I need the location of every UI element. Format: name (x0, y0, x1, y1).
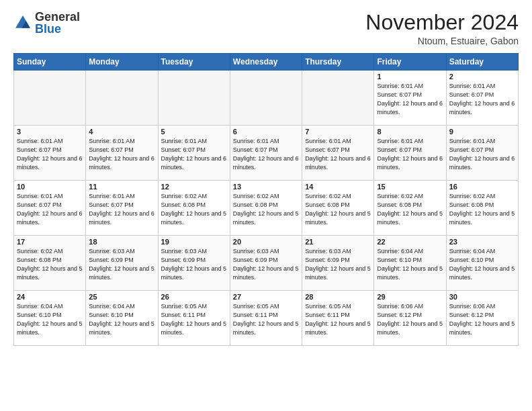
col-tuesday: Tuesday (158, 54, 230, 71)
calendar-cell: 30Sunrise: 6:06 AM Sunset: 6:12 PM Dayli… (446, 291, 518, 346)
day-number: 12 (161, 183, 227, 191)
week-row-2: 3Sunrise: 6:01 AM Sunset: 6:07 PM Daylig… (14, 126, 519, 181)
calendar-cell: 18Sunrise: 6:03 AM Sunset: 6:09 PM Dayli… (86, 236, 158, 291)
calendar-cell (158, 71, 230, 126)
day-number: 26 (161, 293, 227, 301)
day-info: Sunrise: 6:01 AM Sunset: 6:07 PM Dayligh… (449, 82, 515, 117)
col-monday: Monday (86, 54, 158, 71)
day-info: Sunrise: 6:03 AM Sunset: 6:09 PM Dayligh… (305, 247, 371, 282)
day-info: Sunrise: 6:01 AM Sunset: 6:07 PM Dayligh… (89, 137, 154, 172)
calendar-cell (230, 71, 302, 126)
calendar-cell: 15Sunrise: 6:02 AM Sunset: 6:08 PM Dayli… (374, 181, 446, 236)
day-number: 22 (377, 238, 443, 246)
week-row-5: 24Sunrise: 6:04 AM Sunset: 6:10 PM Dayli… (14, 291, 519, 346)
calendar-cell: 29Sunrise: 6:06 AM Sunset: 6:12 PM Dayli… (374, 291, 446, 346)
day-number: 11 (89, 183, 154, 191)
day-number: 8 (377, 128, 443, 136)
day-info: Sunrise: 6:04 AM Sunset: 6:10 PM Dayligh… (377, 247, 443, 282)
day-number: 24 (17, 293, 83, 301)
day-number: 7 (305, 128, 371, 136)
day-number: 14 (305, 183, 371, 191)
calendar-cell: 21Sunrise: 6:03 AM Sunset: 6:09 PM Dayli… (302, 236, 374, 291)
day-info: Sunrise: 6:01 AM Sunset: 6:07 PM Dayligh… (89, 192, 154, 227)
logo-icon (13, 13, 32, 32)
col-wednesday: Wednesday (230, 54, 302, 71)
title-block: November 2024 Ntoum, Estuaire, Gabon (365, 11, 519, 46)
calendar-cell: 7Sunrise: 6:01 AM Sunset: 6:07 PM Daylig… (302, 126, 374, 181)
day-info: Sunrise: 6:01 AM Sunset: 6:07 PM Dayligh… (233, 137, 299, 172)
calendar-cell: 11Sunrise: 6:01 AM Sunset: 6:07 PM Dayli… (86, 181, 158, 236)
calendar-header-row: Sunday Monday Tuesday Wednesday Thursday… (14, 54, 519, 71)
day-info: Sunrise: 6:01 AM Sunset: 6:07 PM Dayligh… (17, 192, 83, 227)
calendar-cell: 6Sunrise: 6:01 AM Sunset: 6:07 PM Daylig… (230, 126, 302, 181)
calendar-cell: 5Sunrise: 6:01 AM Sunset: 6:07 PM Daylig… (158, 126, 230, 181)
calendar-cell (86, 71, 158, 126)
logo-blue-text: Blue (35, 22, 61, 36)
header: General Blue November 2024 Ntoum, Estuai… (13, 11, 519, 46)
day-info: Sunrise: 6:01 AM Sunset: 6:07 PM Dayligh… (305, 137, 371, 172)
day-info: Sunrise: 6:01 AM Sunset: 6:07 PM Dayligh… (161, 137, 227, 172)
calendar-cell: 26Sunrise: 6:05 AM Sunset: 6:11 PM Dayli… (158, 291, 230, 346)
col-sunday: Sunday (14, 54, 86, 71)
day-info: Sunrise: 6:04 AM Sunset: 6:10 PM Dayligh… (89, 302, 154, 337)
calendar-cell: 4Sunrise: 6:01 AM Sunset: 6:07 PM Daylig… (86, 126, 158, 181)
calendar-cell: 3Sunrise: 6:01 AM Sunset: 6:07 PM Daylig… (14, 126, 86, 181)
day-number: 25 (89, 293, 154, 301)
calendar: Sunday Monday Tuesday Wednesday Thursday… (13, 53, 519, 346)
day-number: 10 (17, 183, 83, 191)
day-info: Sunrise: 6:04 AM Sunset: 6:10 PM Dayligh… (449, 247, 515, 282)
day-info: Sunrise: 6:01 AM Sunset: 6:07 PM Dayligh… (17, 137, 83, 172)
day-number: 6 (233, 128, 299, 136)
day-number: 4 (89, 128, 154, 136)
day-number: 1 (377, 73, 443, 81)
day-number: 17 (17, 238, 83, 246)
calendar-cell: 8Sunrise: 6:01 AM Sunset: 6:07 PM Daylig… (374, 126, 446, 181)
day-info: Sunrise: 6:05 AM Sunset: 6:11 PM Dayligh… (233, 302, 299, 337)
day-number: 29 (377, 293, 443, 301)
day-number: 3 (17, 128, 83, 136)
calendar-cell: 25Sunrise: 6:04 AM Sunset: 6:10 PM Dayli… (86, 291, 158, 346)
day-info: Sunrise: 6:04 AM Sunset: 6:10 PM Dayligh… (17, 302, 83, 337)
week-row-1: 1Sunrise: 6:01 AM Sunset: 6:07 PM Daylig… (14, 71, 519, 126)
calendar-cell: 23Sunrise: 6:04 AM Sunset: 6:10 PM Dayli… (446, 236, 518, 291)
day-number: 2 (449, 73, 515, 81)
day-info: Sunrise: 6:05 AM Sunset: 6:11 PM Dayligh… (161, 302, 227, 337)
day-info: Sunrise: 6:03 AM Sunset: 6:09 PM Dayligh… (89, 247, 154, 282)
day-info: Sunrise: 6:05 AM Sunset: 6:11 PM Dayligh… (305, 302, 371, 337)
calendar-cell: 14Sunrise: 6:02 AM Sunset: 6:08 PM Dayli… (302, 181, 374, 236)
day-number: 23 (449, 238, 515, 246)
day-number: 21 (305, 238, 371, 246)
calendar-cell: 2Sunrise: 6:01 AM Sunset: 6:07 PM Daylig… (446, 71, 518, 126)
day-number: 19 (161, 238, 227, 246)
calendar-cell: 24Sunrise: 6:04 AM Sunset: 6:10 PM Dayli… (14, 291, 86, 346)
week-row-4: 17Sunrise: 6:02 AM Sunset: 6:08 PM Dayli… (14, 236, 519, 291)
calendar-cell: 16Sunrise: 6:02 AM Sunset: 6:08 PM Dayli… (446, 181, 518, 236)
day-info: Sunrise: 6:01 AM Sunset: 6:07 PM Dayligh… (377, 137, 443, 172)
calendar-cell: 22Sunrise: 6:04 AM Sunset: 6:10 PM Dayli… (374, 236, 446, 291)
col-thursday: Thursday (302, 54, 374, 71)
day-info: Sunrise: 6:02 AM Sunset: 6:08 PM Dayligh… (305, 192, 371, 227)
week-row-3: 10Sunrise: 6:01 AM Sunset: 6:07 PM Dayli… (14, 181, 519, 236)
day-info: Sunrise: 6:02 AM Sunset: 6:08 PM Dayligh… (377, 192, 443, 227)
day-info: Sunrise: 6:02 AM Sunset: 6:08 PM Dayligh… (17, 247, 83, 282)
day-number: 18 (89, 238, 154, 246)
month-title: November 2024 (365, 11, 519, 34)
day-number: 16 (449, 183, 515, 191)
logo: General Blue (13, 11, 80, 35)
day-info: Sunrise: 6:02 AM Sunset: 6:08 PM Dayligh… (161, 192, 227, 227)
day-number: 20 (233, 238, 299, 246)
day-number: 9 (449, 128, 515, 136)
calendar-cell: 28Sunrise: 6:05 AM Sunset: 6:11 PM Dayli… (302, 291, 374, 346)
calendar-cell: 17Sunrise: 6:02 AM Sunset: 6:08 PM Dayli… (14, 236, 86, 291)
calendar-cell: 9Sunrise: 6:01 AM Sunset: 6:07 PM Daylig… (446, 126, 518, 181)
calendar-cell: 1Sunrise: 6:01 AM Sunset: 6:07 PM Daylig… (374, 71, 446, 126)
page: General Blue November 2024 Ntoum, Estuai… (0, 0, 532, 411)
day-info: Sunrise: 6:02 AM Sunset: 6:08 PM Dayligh… (233, 192, 299, 227)
day-number: 5 (161, 128, 227, 136)
day-info: Sunrise: 6:03 AM Sunset: 6:09 PM Dayligh… (161, 247, 227, 282)
day-number: 13 (233, 183, 299, 191)
calendar-cell: 19Sunrise: 6:03 AM Sunset: 6:09 PM Dayli… (158, 236, 230, 291)
calendar-cell: 10Sunrise: 6:01 AM Sunset: 6:07 PM Dayli… (14, 181, 86, 236)
calendar-cell: 20Sunrise: 6:03 AM Sunset: 6:09 PM Dayli… (230, 236, 302, 291)
day-info: Sunrise: 6:06 AM Sunset: 6:12 PM Dayligh… (377, 302, 443, 337)
